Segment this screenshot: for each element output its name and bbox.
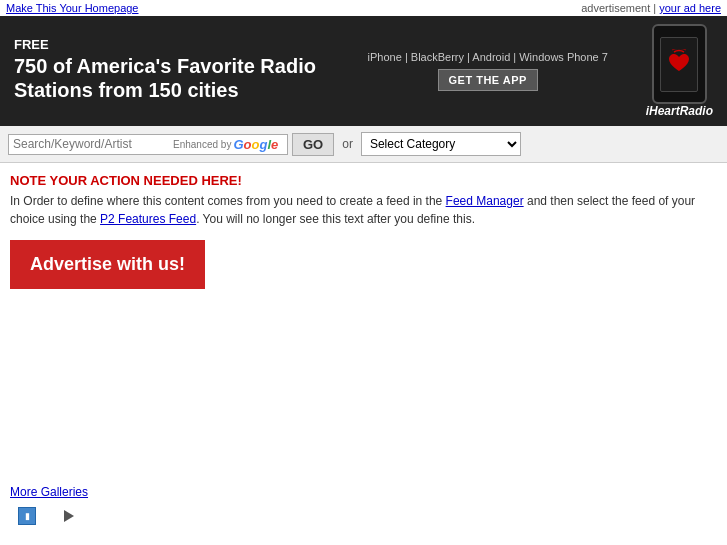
or-label: or: [342, 137, 353, 151]
note-text-before: In Order to define where this content co…: [10, 194, 446, 208]
phone-mock: [652, 24, 707, 104]
banner-platforms: iPhone | BlackBerry | Android | Windows …: [330, 51, 646, 63]
top-bar-right: advertisement | your ad here: [581, 2, 721, 14]
banner-right: iHeartRadio: [646, 24, 713, 118]
square-icon[interactable]: ▮: [18, 507, 36, 525]
iheart-logo: iHeartRadio: [646, 24, 713, 118]
note-body: In Order to define where this content co…: [10, 192, 717, 228]
brand-name-label: iHeartRadio: [646, 104, 713, 118]
banner-title-line1: 750 of America's Favorite Radio: [14, 55, 316, 77]
search-input-wrap: Enhanced by Google: [8, 134, 288, 155]
banner-title-line2: Stations from 150 cities: [14, 79, 239, 101]
your-ad-link[interactable]: your ad here: [659, 2, 721, 14]
note-text-after: . You will no longer see this text after…: [196, 212, 475, 226]
google-logo: Google: [233, 137, 278, 152]
top-bar: Make This Your Homepage advertisement | …: [0, 0, 727, 16]
phone-screen: [660, 37, 698, 92]
advertisement-label: advertisement: [581, 2, 650, 14]
banner-left: FREE 750 of America's Favorite Radio Sta…: [14, 37, 330, 106]
banner-free-label: FREE: [14, 37, 330, 52]
get-app-button[interactable]: GET THE APP: [438, 69, 538, 91]
more-galleries-link[interactable]: More Galleries: [10, 485, 717, 499]
bottom-icons: ▮: [10, 507, 717, 525]
note-header: NOTE YOUR ACTION NEEDED HERE!: [10, 173, 717, 188]
enhanced-by-label: Enhanced by: [173, 139, 231, 150]
radio-signal-icon: [664, 49, 694, 79]
banner-center: iPhone | BlackBerry | Android | Windows …: [330, 51, 646, 91]
main-content: NOTE YOUR ACTION NEEDED HERE! In Order t…: [0, 163, 727, 535]
play-icon: [64, 510, 74, 522]
advertise-button[interactable]: Advertise with us!: [10, 240, 205, 289]
feed-manager-link[interactable]: Feed Manager: [446, 194, 524, 208]
banner: FREE 750 of America's Favorite Radio Sta…: [0, 16, 727, 126]
homepage-link[interactable]: Make This Your Homepage: [6, 2, 139, 14]
search-input[interactable]: [13, 137, 173, 151]
category-select[interactable]: Select Category: [361, 132, 521, 156]
search-bar: Enhanced by Google GO or Select Category: [0, 126, 727, 163]
p2-features-link[interactable]: P2 Features Feed: [100, 212, 196, 226]
go-button[interactable]: GO: [292, 133, 334, 156]
banner-title: 750 of America's Favorite Radio Stations…: [14, 54, 330, 102]
